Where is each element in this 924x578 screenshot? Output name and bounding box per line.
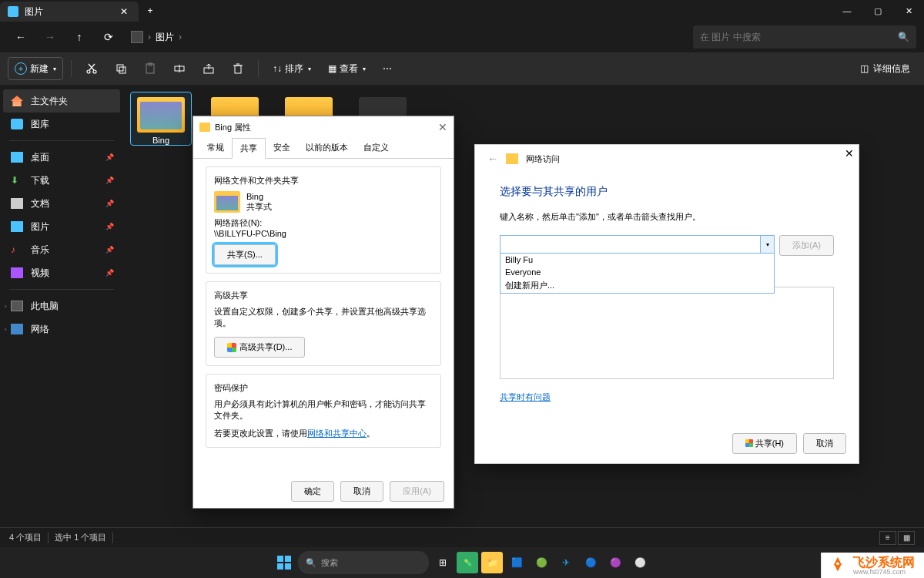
taskbar-app-icon[interactable]: ⚪ <box>629 552 651 573</box>
taskbar-app-icon[interactable]: 🦠 <box>457 552 478 573</box>
svg-rect-3 <box>119 67 126 73</box>
folder-bing[interactable]: Bing <box>131 92 191 145</box>
add-button[interactable]: 添加(A) <box>779 235 834 256</box>
share-button[interactable] <box>196 57 221 80</box>
taskbar-app-icon[interactable]: ✈ <box>555 552 577 573</box>
taskbar-search-label: 搜索 <box>321 557 338 569</box>
dialog-title: 网络访问 <box>526 153 560 165</box>
paste-button[interactable] <box>138 57 162 80</box>
taskbar-app-icon[interactable]: 🟣 <box>604 552 626 573</box>
user-name-input[interactable] <box>500 235 775 254</box>
breadcrumb[interactable]: › 图片 › <box>131 31 186 44</box>
tab-security[interactable]: 安全 <box>266 138 298 158</box>
cut-button[interactable] <box>79 57 104 80</box>
music-icon: ♪ <box>11 244 23 255</box>
delete-button[interactable] <box>226 57 250 80</box>
chevron-right-icon: › <box>5 303 7 310</box>
taskbar-app-icon[interactable]: 🟢 <box>531 552 552 573</box>
sidebar-item-network[interactable]: › 网络 <box>3 318 120 341</box>
search-box[interactable]: 🔍 <box>693 25 916 49</box>
task-view-button[interactable]: ⊞ <box>432 552 454 573</box>
taskbar-app-icon[interactable]: 🟦 <box>506 552 527 573</box>
share-confirm-button[interactable]: 共享(H) <box>732 433 797 454</box>
trouble-link[interactable]: 共享时有问题 <box>500 391 834 403</box>
apply-button[interactable]: 应用(A) <box>390 481 444 502</box>
tab-customize[interactable]: 自定义 <box>356 138 397 158</box>
link-prefix: 若要更改此设置，请使用 <box>214 428 307 438</box>
dropdown-item[interactable]: 创建新用户... <box>500 278 774 293</box>
sidebar-item-music[interactable]: ♪ 音乐 📌 <box>3 238 120 261</box>
start-button[interactable] <box>273 552 295 573</box>
dropdown-item[interactable]: Everyone <box>500 266 774 278</box>
sidebar-item-pictures[interactable]: 图片 📌 <box>3 215 120 238</box>
more-button[interactable]: ⋯ <box>377 57 398 80</box>
chevron-down-icon: ▾ <box>363 66 366 72</box>
maximize-button[interactable]: ▢ <box>862 0 893 22</box>
desktop-icon <box>11 152 23 163</box>
videos-icon <box>11 267 23 278</box>
details-pane-icon: ◫ <box>860 63 869 74</box>
sidebar-item-videos[interactable]: 视频 📌 <box>3 261 120 284</box>
sidebar-item-documents[interactable]: 文档 📌 <box>3 192 120 215</box>
minimize-button[interactable]: — <box>832 0 862 22</box>
details-view-button[interactable]: ≡ <box>879 531 896 545</box>
tab-share[interactable]: 共享 <box>232 138 266 159</box>
rename-button[interactable] <box>167 57 192 80</box>
sort-icon: ↑↓ <box>273 63 282 74</box>
network-center-link[interactable]: 网络和共享中心 <box>307 428 367 438</box>
close-button[interactable]: ✕ <box>845 147 854 160</box>
sidebar-item-desktop[interactable]: 桌面 📌 <box>3 146 120 169</box>
breadcrumb-pictures[interactable]: 图片 <box>156 31 174 44</box>
svg-rect-12 <box>285 563 291 570</box>
view-button[interactable]: ▦ 查看 ▾ <box>322 57 372 80</box>
pictures-icon <box>11 221 23 232</box>
advanced-share-button[interactable]: 高级共享(D)... <box>214 337 305 358</box>
sidebar-item-downloads[interactable]: ⬇ 下载 📌 <box>3 169 120 192</box>
search-input[interactable] <box>700 32 898 42</box>
sidebar-label: 此电脑 <box>31 300 59 313</box>
taskbar-app-icon[interactable]: 📁 <box>481 552 503 573</box>
ok-button[interactable]: 确定 <box>291 481 334 502</box>
sidebar-item-gallery[interactable]: 图库 <box>3 113 120 136</box>
tab-general[interactable]: 常规 <box>199 138 232 158</box>
sidebar-item-thispc[interactable]: › 此电脑 <box>3 294 120 318</box>
pin-icon: 📌 <box>105 200 114 207</box>
share-button[interactable]: 共享(S)... <box>214 244 276 265</box>
dropdown-item[interactable]: Billy Fu <box>500 254 774 266</box>
thumb-view-button[interactable]: ▦ <box>898 531 915 545</box>
taskbar-app-icon[interactable]: 🔵 <box>580 552 601 573</box>
new-tab-button[interactable]: + <box>139 0 162 22</box>
watermark-text: 飞沙系统网 <box>853 556 915 569</box>
taskbar-search[interactable]: 🔍 搜索 <box>298 551 429 574</box>
cancel-button[interactable]: 取消 <box>340 481 383 502</box>
window-close-button[interactable]: ✕ <box>893 0 924 22</box>
details-pane-button[interactable]: ◫ 详细信息 <box>854 57 916 80</box>
svg-rect-11 <box>277 563 283 570</box>
new-button-label: 新建 <box>30 62 49 76</box>
window-tab[interactable]: 图片 ✕ <box>0 2 139 22</box>
sort-button[interactable]: ↑↓ 排序 ▾ <box>266 57 317 80</box>
close-button[interactable]: ✕ <box>438 121 447 133</box>
forward-button[interactable]: → <box>37 24 63 50</box>
svg-rect-8 <box>235 66 241 73</box>
search-icon[interactable]: 🔍 <box>898 32 909 42</box>
watermark: 飞沙系统网 www.fs0745.com <box>821 553 924 578</box>
up-button[interactable]: ↑ <box>66 24 92 50</box>
cancel-button[interactable]: 取消 <box>803 433 846 454</box>
new-button[interactable]: + 新建 ▾ <box>8 57 63 80</box>
section-title: 网络文件和文件夹共享 <box>214 175 433 187</box>
tab-close-icon[interactable]: ✕ <box>119 6 129 17</box>
permissions-list[interactable] <box>500 287 834 379</box>
copy-button[interactable] <box>109 57 133 80</box>
pin-icon: 📌 <box>105 223 114 230</box>
status-selected: 选中 1 个项目 <box>55 532 106 543</box>
folder-icon <box>199 123 210 132</box>
refresh-button[interactable]: ⟳ <box>95 24 122 50</box>
dropdown-button[interactable]: ▾ <box>760 236 774 253</box>
tab-previous[interactable]: 以前的版本 <box>298 138 356 158</box>
back-button[interactable]: ← <box>8 24 34 50</box>
chevron-right-icon: › <box>179 32 182 42</box>
monitor-icon <box>131 31 143 43</box>
back-button[interactable]: ← <box>487 153 498 165</box>
sidebar-item-home[interactable]: 主文件夹 <box>3 89 120 113</box>
